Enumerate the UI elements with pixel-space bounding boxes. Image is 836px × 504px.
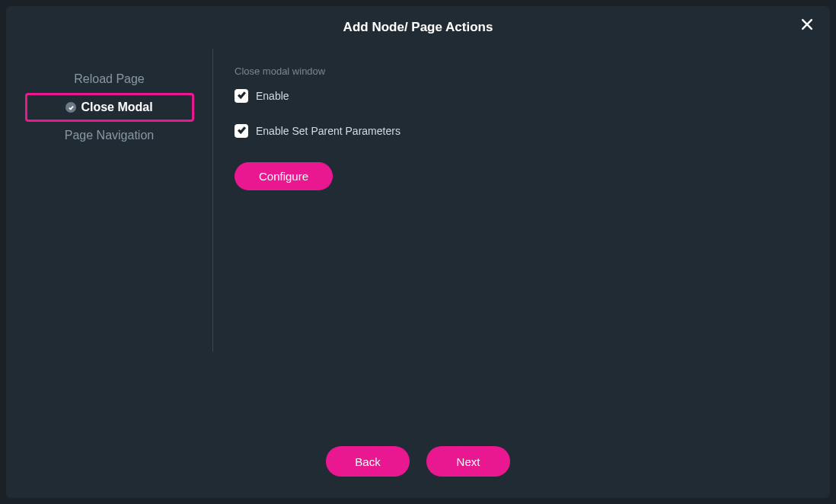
checkmark-icon: [237, 124, 247, 138]
checkbox-enable-parent-params[interactable]: [235, 124, 248, 138]
checkbox-row-enable-parent-params: Enable Set Parent Parameters: [235, 124, 809, 138]
modal-body: Reload Page Close Modal Page Navigation …: [6, 49, 830, 428]
modal-header: Add Node/ Page Actions: [6, 6, 830, 49]
next-button[interactable]: Next: [426, 446, 510, 477]
checkbox-label: Enable: [256, 90, 289, 102]
configure-button[interactable]: Configure: [235, 162, 333, 190]
back-button[interactable]: Back: [326, 446, 410, 477]
modal: Add Node/ Page Actions Reload Page Close…: [6, 6, 830, 498]
section-label: Close modal window: [235, 65, 809, 77]
sidebar-item-label: Close Modal: [81, 100, 152, 114]
checkmark-icon: [237, 89, 247, 103]
sidebar-item-page-navigation[interactable]: Page Navigation: [25, 122, 194, 149]
modal-overlay: Add Node/ Page Actions Reload Page Close…: [0, 0, 836, 504]
checkbox-enable[interactable]: [235, 89, 248, 103]
content-panel: Close modal window Enable: [213, 49, 830, 428]
sidebar-item-close-modal[interactable]: Close Modal: [25, 93, 194, 122]
sidebar-item-label: Page Navigation: [65, 129, 154, 142]
checkbox-row-enable: Enable: [235, 89, 809, 103]
sidebar-item-label: Reload Page: [74, 72, 145, 86]
sidebar: Reload Page Close Modal Page Navigation: [6, 49, 213, 352]
checkbox-label: Enable Set Parent Parameters: [256, 125, 400, 137]
modal-footer: Back Next: [6, 428, 830, 498]
sidebar-item-reload-page[interactable]: Reload Page: [25, 65, 194, 93]
close-icon: [799, 17, 815, 35]
modal-title: Add Node/ Page Actions: [343, 20, 493, 35]
check-circle-icon: [65, 102, 76, 113]
close-button[interactable]: [798, 17, 816, 35]
